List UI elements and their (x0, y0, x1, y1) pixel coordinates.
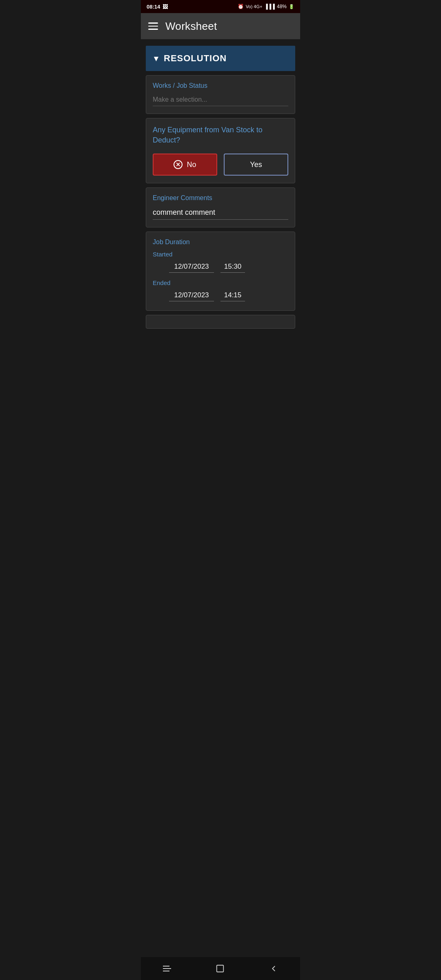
status-time: 08:14 🖼 (147, 4, 168, 10)
time-display: 08:14 (147, 4, 160, 10)
main-content: ▾ RESOLUTION Works / Job Status Any Equi… (141, 39, 300, 335)
battery-level: 48% (277, 4, 287, 9)
page-title: Worksheet (165, 20, 217, 33)
started-label: Started (153, 251, 288, 258)
resolution-title: RESOLUTION (164, 53, 227, 64)
equipment-button-row: ✕ No Yes (153, 154, 288, 176)
job-duration-card: Job Duration Started 12/07/2023 15:30 En… (146, 232, 295, 311)
resolution-header[interactable]: ▾ RESOLUTION (146, 46, 295, 71)
no-button[interactable]: ✕ No (153, 154, 217, 176)
signal-bars-icon: ▐▐▐ (264, 4, 275, 9)
menu-button[interactable] (148, 22, 158, 30)
gallery-icon: 🖼 (163, 4, 168, 10)
engineer-comments-input[interactable] (153, 206, 288, 220)
start-date-field[interactable]: 12/07/2023 (169, 261, 214, 273)
start-datetime-row: 12/07/2023 15:30 (153, 261, 288, 273)
battery-icon: 🔋 (289, 4, 294, 9)
status-indicators: ⏰ Vo) 4G+ ▐▐▐ 48% 🔋 (238, 4, 294, 9)
job-status-input[interactable] (153, 94, 288, 106)
start-time-field[interactable]: 15:30 (220, 261, 245, 273)
partial-card (146, 315, 295, 329)
no-selected-icon: ✕ (174, 160, 183, 169)
signal-text: Vo) 4G+ (246, 4, 263, 9)
equipment-card: Any Equipment from Van Stock to Deduct? … (146, 118, 295, 183)
equipment-question: Any Equipment from Van Stock to Deduct? (153, 125, 288, 145)
end-date-field[interactable]: 12/07/2023 (169, 290, 214, 301)
job-status-card: Works / Job Status (146, 75, 295, 114)
chevron-down-icon: ▾ (154, 54, 158, 62)
yes-button[interactable]: Yes (224, 154, 288, 176)
ended-label: Ended (153, 279, 288, 286)
top-bar: Worksheet (141, 13, 300, 39)
engineer-comments-label: Engineer Comments (153, 194, 288, 202)
end-datetime-row: 12/07/2023 14:15 (153, 290, 288, 301)
alarm-icon: ⏰ (238, 4, 244, 9)
no-label: No (187, 160, 196, 169)
engineer-comments-card: Engineer Comments (146, 187, 295, 227)
job-duration-label: Job Duration (153, 238, 288, 246)
job-status-label: Works / Job Status (153, 82, 288, 89)
yes-label: Yes (250, 160, 262, 169)
status-bar: 08:14 🖼 ⏰ Vo) 4G+ ▐▐▐ 48% 🔋 (141, 0, 300, 13)
end-time-field[interactable]: 14:15 (220, 290, 245, 301)
